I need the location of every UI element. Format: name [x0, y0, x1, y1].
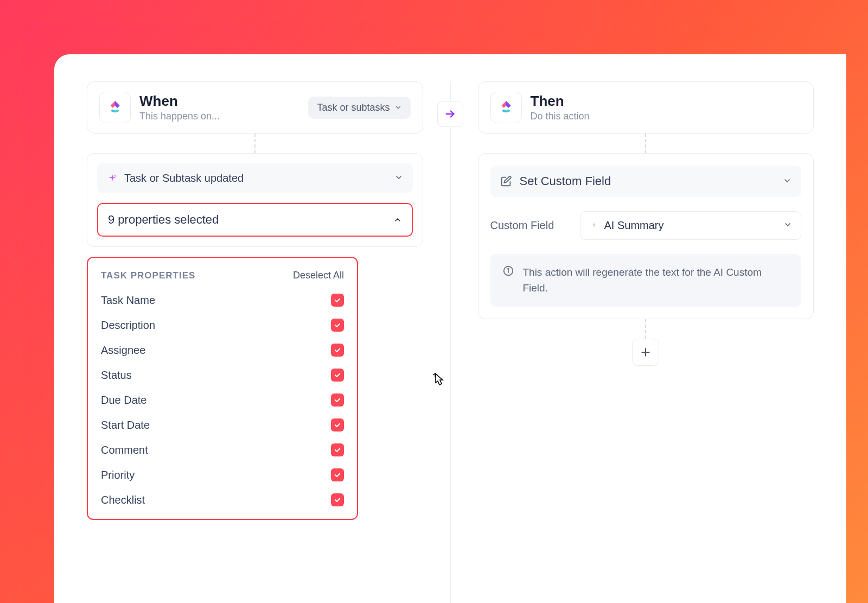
- property-label: Description: [101, 319, 155, 332]
- property-label: Due Date: [101, 394, 147, 407]
- flow-arrow: [437, 101, 463, 127]
- property-label: Start Date: [101, 419, 150, 431]
- add-action-button[interactable]: [632, 339, 659, 366]
- checkbox-checked[interactable]: [331, 344, 344, 357]
- then-card: Then Do this action: [478, 81, 814, 134]
- trigger-card: Task or Subtask updated 9 properties sel…: [87, 153, 423, 247]
- property-row[interactable]: Comment: [101, 437, 344, 462]
- property-row[interactable]: Status: [101, 363, 344, 388]
- when-title: When: [139, 93, 220, 110]
- svg-point-3: [508, 268, 509, 269]
- info-message: This action will regenerate the text for…: [490, 254, 802, 307]
- info-icon: [502, 265, 514, 277]
- automation-panel: When This happens on... Task or subtasks…: [54, 54, 846, 603]
- action-card: Set Custom Field Custom Field AI Summary: [478, 153, 814, 319]
- property-row[interactable]: Due Date: [101, 388, 344, 412]
- property-label: Status: [101, 369, 132, 382]
- checkbox-checked[interactable]: [331, 369, 344, 382]
- connector-line: [645, 319, 646, 339]
- when-card: When This happens on... Task or subtasks: [87, 81, 423, 134]
- checkbox-checked[interactable]: [331, 493, 344, 506]
- then-subtitle: Do this action: [531, 111, 590, 122]
- property-row[interactable]: Assignee: [101, 338, 344, 363]
- pointer-cursor-icon: [431, 372, 447, 392]
- property-label: Assignee: [101, 344, 145, 357]
- action-selector[interactable]: Set Custom Field: [490, 166, 802, 197]
- property-label: Task Name: [101, 294, 155, 307]
- connector-line: [254, 134, 256, 153]
- clickup-logo: [490, 92, 522, 123]
- clickup-logo: [99, 92, 131, 123]
- checkbox-checked[interactable]: [331, 294, 344, 307]
- deselect-all-button[interactable]: Deselect All: [293, 270, 344, 281]
- property-label: Comment: [101, 444, 148, 456]
- property-row[interactable]: Start Date: [101, 412, 344, 437]
- dropdown-heading: TASK PROPERTIES: [101, 270, 195, 281]
- properties-summary-select[interactable]: 9 properties selected: [97, 203, 413, 237]
- property-row[interactable]: Priority: [101, 462, 344, 487]
- sparkle-icon: [107, 173, 118, 184]
- checkbox-checked[interactable]: [331, 393, 344, 407]
- property-row[interactable]: Description: [101, 313, 344, 338]
- checkbox-checked[interactable]: [331, 468, 344, 481]
- scope-selector[interactable]: Task or subtasks: [308, 97, 410, 119]
- trigger-selector[interactable]: Task or Subtask updated: [97, 163, 413, 193]
- edit-icon: [500, 175, 512, 187]
- checkbox-checked[interactable]: [331, 443, 344, 456]
- custom-field-label: Custom Field: [490, 219, 569, 232]
- checkbox-checked[interactable]: [331, 319, 344, 332]
- when-subtitle: This happens on...: [139, 111, 220, 122]
- property-row[interactable]: Task Name: [101, 288, 344, 313]
- then-title: Then: [531, 93, 590, 110]
- custom-field-selector[interactable]: AI Summary: [580, 211, 802, 240]
- connector-line: [645, 134, 646, 153]
- property-row[interactable]: Checklist: [101, 487, 344, 512]
- checkbox-checked[interactable]: [331, 418, 344, 431]
- property-label: Checklist: [101, 494, 145, 506]
- property-label: Priority: [101, 469, 135, 481]
- task-properties-dropdown: TASK PROPERTIES Deselect All Task NameDe…: [87, 257, 358, 520]
- sparkle-icon: [589, 221, 599, 231]
